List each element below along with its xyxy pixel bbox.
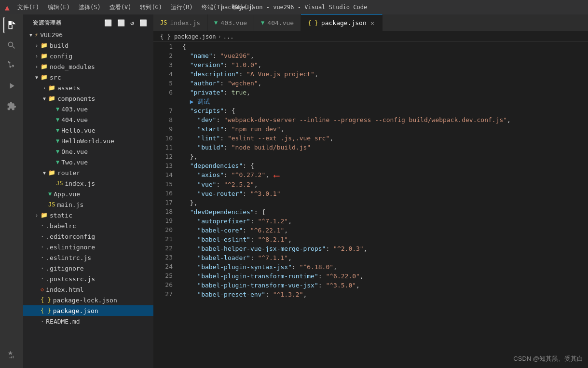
window-title: package.json - vue296 - Visual Studio Co…: [221, 4, 367, 11]
app-logo-icon: ▲: [5, 3, 10, 12]
titlebar: ▲ 文件(F)编辑(E)选择(S)查看(V)转到(G)运行(R)终端(T)帮助(…: [0, 0, 588, 14]
menu-item[interactable]: 运行(R): [167, 2, 197, 13]
menu-item[interactable]: 编辑(E): [44, 2, 74, 13]
menu-item[interactable]: 转到(G): [136, 2, 166, 13]
menu-item[interactable]: 查看(V): [106, 2, 136, 13]
menu-item[interactable]: 选择(S): [75, 2, 105, 13]
menu-item[interactable]: 文件(F): [14, 2, 43, 13]
